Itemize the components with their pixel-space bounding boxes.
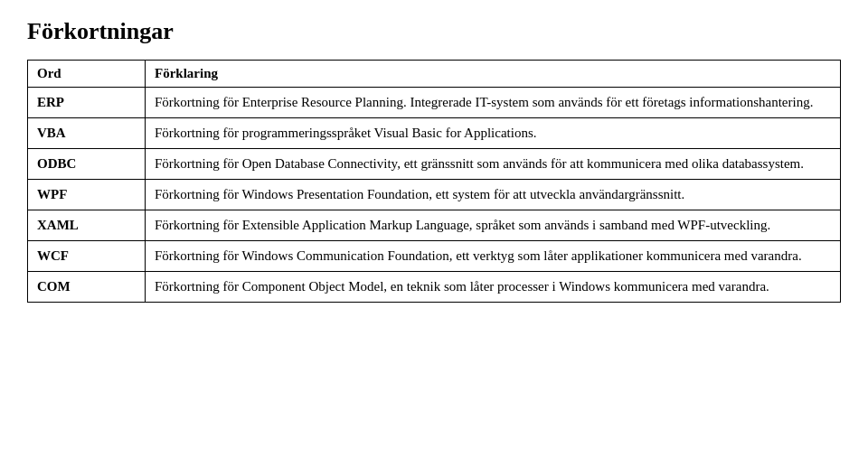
- table-row: ODBCFörkortning för Open Database Connec…: [28, 149, 841, 180]
- cell-explanation: Förkortning för Open Database Connectivi…: [146, 149, 841, 180]
- cell-word: COM: [28, 272, 146, 303]
- cell-word: WCF: [28, 241, 146, 272]
- cell-word: VBA: [28, 118, 146, 149]
- cell-explanation: Förkortning för Windows Communication Fo…: [146, 241, 841, 272]
- cell-word: XAML: [28, 210, 146, 241]
- cell-explanation: Förkortning för Extensible Application M…: [146, 210, 841, 241]
- table-row: ERPFörkortning för Enterprise Resource P…: [28, 88, 841, 118]
- table-row: WPFFörkortning för Windows Presentation …: [28, 180, 841, 210]
- cell-word: WPF: [28, 180, 146, 210]
- col-header-word: Ord: [28, 61, 146, 88]
- abbreviations-table: Ord Förklaring ERPFörkortning för Enterp…: [27, 60, 841, 303]
- cell-explanation: Förkortning för Windows Presentation Fou…: [146, 180, 841, 210]
- cell-explanation: Förkortning för Component Object Model, …: [146, 272, 841, 303]
- table-row: WCFFörkortning för Windows Communication…: [28, 241, 841, 272]
- table-header-row: Ord Förklaring: [28, 61, 841, 88]
- cell-word: ODBC: [28, 149, 146, 180]
- table-row: COMFörkortning för Component Object Mode…: [28, 272, 841, 303]
- col-header-explanation: Förklaring: [146, 61, 841, 88]
- cell-explanation: Förkortning för Enterprise Resource Plan…: [146, 88, 841, 118]
- cell-explanation: Förkortning för programmeringsspråket Vi…: [146, 118, 841, 149]
- page-title: Förkortningar: [27, 18, 841, 45]
- table-row: VBAFörkortning för programmeringsspråket…: [28, 118, 841, 149]
- cell-word: ERP: [28, 88, 146, 118]
- table-row: XAMLFörkortning för Extensible Applicati…: [28, 210, 841, 241]
